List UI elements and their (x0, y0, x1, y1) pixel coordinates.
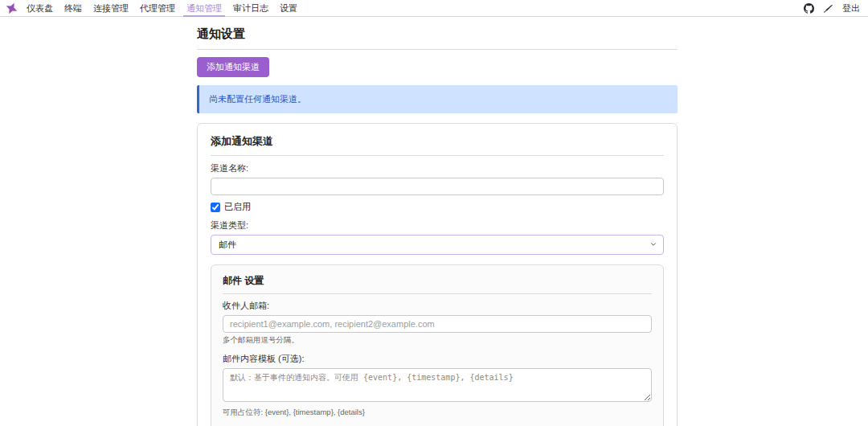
top-navbar: 仪表盘 终端 连接管理 代理管理 通知管理 审计日志 设置 登出 (0, 0, 868, 17)
nav-item-notifications[interactable]: 通知管理 (186, 0, 222, 16)
divider (223, 293, 652, 294)
nav-item-dashboard[interactable]: 仪表盘 (27, 0, 53, 16)
channel-type-label: 渠道类型: (211, 219, 664, 231)
divider (211, 155, 664, 156)
email-settings-card: 邮件 设置 收件人邮箱: 多个邮箱用逗号分隔。 邮件内容模板 (可选): 可用占… (211, 264, 664, 426)
add-channel-button[interactable]: 添加通知渠道 (197, 57, 269, 77)
template-textarea[interactable] (223, 368, 652, 402)
main-content: 通知设置 添加通知渠道 尚未配置任何通知渠道。 添加通知渠道 渠道名称: 已启用… (197, 17, 678, 426)
enabled-checkbox-label: 已启用 (224, 201, 251, 213)
nav-item-terminal[interactable]: 终端 (64, 0, 82, 16)
navbar-right: 登出 (804, 2, 860, 14)
nav-item-settings[interactable]: 设置 (280, 0, 297, 16)
add-channel-card-title: 添加通知渠道 (211, 134, 664, 149)
logout-button[interactable]: 登出 (842, 2, 860, 14)
channel-name-input[interactable] (211, 178, 664, 195)
page-title: 通知设置 (197, 27, 678, 42)
recipients-help-text: 多个邮箱用逗号分隔。 (223, 335, 652, 346)
app-logo-icon[interactable] (5, 2, 18, 15)
enabled-checkbox[interactable] (211, 203, 220, 212)
nav-items: 仪表盘 终端 连接管理 代理管理 通知管理 审计日志 设置 (27, 0, 297, 16)
github-icon[interactable] (804, 3, 814, 14)
template-help-text: 可用占位符: {event}, {timestamp}, {details} (223, 408, 652, 418)
nav-item-connections[interactable]: 连接管理 (93, 0, 129, 16)
divider (197, 49, 678, 50)
nav-item-audit-log[interactable]: 审计日志 (233, 0, 268, 16)
channel-name-label: 渠道名称: (211, 162, 664, 174)
recipients-input[interactable] (223, 315, 652, 333)
enabled-checkbox-row: 已启用 (211, 201, 664, 213)
email-settings-title: 邮件 设置 (223, 274, 652, 288)
nav-item-agents[interactable]: 代理管理 (140, 0, 175, 16)
add-channel-card: 添加通知渠道 渠道名称: 已启用 渠道类型: 邮件 邮件 设置 收件人邮箱: 多… (197, 123, 678, 426)
channel-type-select[interactable]: 邮件 (211, 235, 664, 255)
recipients-label: 收件人邮箱: (223, 300, 652, 312)
empty-channels-alert: 尚未配置任何通知渠道。 (197, 85, 678, 113)
template-label: 邮件内容模板 (可选): (223, 353, 652, 365)
brush-icon[interactable] (823, 3, 833, 14)
